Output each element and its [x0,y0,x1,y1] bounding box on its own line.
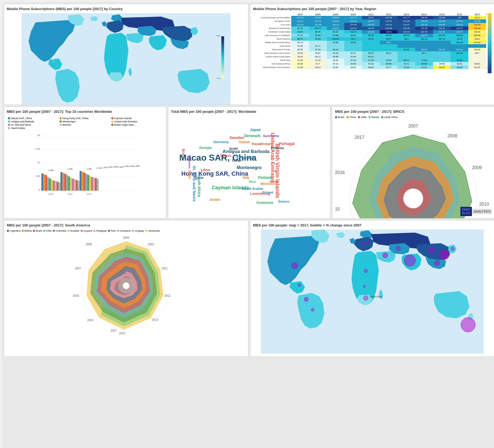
sa-yr-2016: 2016 [73,294,79,297]
stkitts-dot [8,124,10,126]
cell [344,44,362,48]
word-finland: Finland [258,175,272,180]
russia-label: Russia [372,116,379,119]
cell: 116.41 [291,19,309,23]
cell: 28.12 [309,66,327,69]
arg-label: Argentina [10,229,20,232]
cell: 122.81 [451,23,468,26]
brics-radial-svg: 2007 2008 2009 2010 2011 2012 2013 2014 … [335,120,492,219]
total-label-2: 1.52k [67,168,73,170]
cell: 88.45 [309,30,327,34]
legend-chile: Chile [43,229,52,232]
legend-bar [221,36,224,78]
sa-chart-container: 2009 2010 2011 2012 2013 2014 2015 2016 … [7,234,245,338]
cell: 123.04 [468,23,486,26]
antigua-dot [8,120,10,123]
saudi-dot [8,127,10,129]
cell: 126.44 [398,30,415,34]
sa-yr-2010: 2010 [148,243,154,246]
china-label: China [349,116,356,119]
cell: 69.98 [415,62,433,66]
ven-dot [145,230,147,232]
ven-label: Venezuela [148,229,160,232]
cell [362,44,380,48]
cell: 119.78 [291,23,309,26]
cell: 21.85 [291,58,309,62]
cell: 48.25 [291,48,309,51]
cell: 124.85 [398,19,415,23]
legend-russia: Russia [369,116,379,119]
cell: 52.77 [380,66,398,69]
word-brazil: Brazil [181,149,186,158]
cell: 88.68 [344,34,362,37]
year-col-2012: 2012 [380,13,398,16]
cell: 104.28 [451,41,468,44]
bvi-dot [111,124,113,126]
year-col-2016: 2016 [451,13,468,16]
cell: 62.98 [451,58,468,62]
cell [309,41,327,44]
brics-legend: Brazil China India Russia South Africa [335,116,492,119]
cell: 64.82 [468,62,486,66]
cell: 131.62 [380,23,398,26]
cell: 38.11 [309,55,327,58]
legend-label-1: 1 [486,67,487,69]
legend-southafrica: South Africa [381,116,398,119]
cell: 95.63 [362,34,380,37]
heatmap-row-6: North America 80.71 83.83 101.84 99.3 91… [253,37,486,41]
cell: 84.26 [291,30,309,34]
legend-hongkong: Hong Kong SAR, China [60,117,111,120]
bol-dot [22,230,24,232]
cell: 37.41 [327,62,345,66]
heatmap-title: Mobile Phone Subscriptions per 100 peopl… [253,7,492,11]
legend-guyana: Guyana [81,229,92,232]
bar-mont [87,175,89,191]
heatmap-row-2: Euro area 119.78 123.28 124.41 137.88 12… [253,23,486,26]
region-label-4: Caribbean small states [253,30,291,34]
word-uae: United Arab Emirates [270,133,275,182]
india-dot [358,116,360,118]
cell [451,55,468,58]
word-estonia: Estonia [271,146,284,150]
cell [451,44,468,48]
legend-peru-sa: Peru [108,229,116,232]
cell: 64.28 [451,66,468,69]
stkitts-label: St. Kitts and Nevis [11,123,31,126]
bahrain-label: Bahrain [63,123,71,126]
par-label: Paraguay [96,229,107,232]
cell: 95.75 [380,34,398,37]
cell: 123.96 [415,19,433,23]
bar-mont [49,178,51,191]
legend-bolivia: Bolivia [22,229,32,232]
bubble-map-svg: South Africa [253,229,492,354]
yr-2009: 2009 [472,165,482,170]
ecu-dot [67,230,69,232]
legend-china: China [346,116,356,119]
y-1000: 1k [37,161,40,164]
cell: 104.6 [451,37,468,41]
uru-dot [132,230,134,232]
region-label-12: South Asia [253,58,291,62]
cell: 121.74 [344,16,362,19]
legend-montenegro: Montenegro [60,120,111,123]
cell: 121.25 [309,19,327,23]
yr-2017: 2017 [355,135,364,140]
cayman-label: Cayman Islands [114,117,132,120]
sa-yr-2017: 2017 [111,329,117,332]
bar-saudi [78,181,80,191]
word-salvador: El Salvador [236,156,256,160]
heatmap-row-1: European Union 116.41 121.25 120.69 118.… [253,19,486,23]
total-label-3: 1.68k [87,168,92,170]
dba-line1: DEEP [462,208,470,211]
cell: 126.08 [433,16,451,19]
cell: 129.75 [415,30,433,34]
sa-title: MBS per 100 people [2007 - 2017]: South … [7,223,245,227]
bar-bah [93,178,95,191]
cell: 121.21 [415,23,433,26]
wordcloud-title: Total MBS per 100 people [2007 - 2017]: … [171,110,328,114]
cell: 82.13 [291,26,309,30]
cell: 57.33 [309,48,327,51]
russia-dot [369,116,371,118]
cell: 119.53 [327,26,345,30]
heatmap-row-13: Sub-Saharan Africa 23.06 31.7 37.41 44.0… [253,62,486,66]
